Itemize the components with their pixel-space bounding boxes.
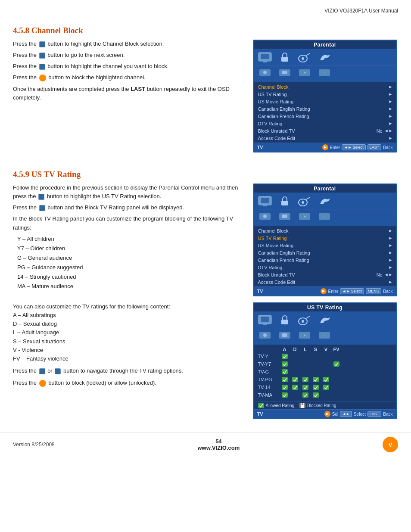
updown-btn[interactable]: ◄► [340,411,352,417]
menu-arrow: ► [389,121,393,126]
cell-tvpg-a[interactable] [280,377,290,382]
cell-tvpg-l[interactable] [300,377,311,382]
menu-item-us-movie-1[interactable]: US Movie Rating ► [254,98,396,105]
cell-tvg-a[interactable] [280,369,290,374]
panel1-tv-label: TV [257,145,322,150]
row-tv-pg: TV-PG [258,376,392,383]
menu-item-channel-block-1[interactable]: Channel Block ► [254,83,396,90]
s1-p5: Once the adjustments are completed press… [13,85,243,102]
menu2-us-tv-rating[interactable]: US TV Rating ► [254,234,396,242]
confirm2-icon [39,380,46,387]
select-btn2[interactable]: ◄► Select [340,288,364,294]
us-tv-rating-panel: US TV Rating [253,302,397,419]
menu-label: US Movie Rating [258,99,389,104]
legend-allowed: Allowed Rating [258,403,295,408]
section-channel-block: 4.5.8 Channel Block Press the button to … [13,18,398,159]
panel1-icon-r2 [277,67,293,80]
svg-rect-16 [261,198,269,203]
cell-tvy7-fv[interactable] [331,361,342,367]
blocked-label: Blocked Rating [307,403,336,408]
allowed-icon [333,361,339,367]
menu2-block-unrated[interactable]: Block Unrated TV No ◄► [254,271,396,278]
menu-label: US TV Rating [258,92,389,97]
back-label2: Back [383,289,392,294]
cell-tvpg-s[interactable] [311,377,321,382]
back-label: Back [383,145,392,150]
svg-rect-1 [263,61,267,62]
cell-tv14-l[interactable] [300,385,311,390]
menu-item-cdn-fr-1[interactable]: Canadian French Rating ► [254,112,396,120]
svg-rect-30 [261,317,269,322]
row-tv-y7: TV-Y7 [258,361,392,367]
enter-label2: Enter [328,289,339,294]
rating-pg: PG – Guidance suggested [17,263,243,272]
menu-arrow: ► [389,236,393,240]
allowed-icon [292,385,298,390]
cell-tv14-d[interactable] [290,385,300,390]
cell-tv14-s[interactable] [311,385,321,390]
cell-tvpg-v[interactable] [321,377,331,382]
panel2-icon-r2 [277,211,293,224]
menu2-dtv[interactable]: DTV Rating ► [254,264,396,271]
cell-tvma-s[interactable] [311,392,321,398]
col-v: V [321,347,331,352]
rating-icon-bird [317,314,332,327]
rating-icon-tv [257,314,273,327]
menu-value: No [377,128,383,134]
manual-title: VIZIO VOJ320F1A User Manual [324,8,398,14]
section1-panel-container: Parental [252,40,398,154]
rating-icon-lock [277,314,293,327]
panel1-icon-r1 [257,67,273,80]
menu2-us-movie[interactable]: US Movie Rating ► [254,242,396,249]
cell-tvma-l[interactable] [300,392,311,398]
menu-item-block-unrated-1[interactable]: Block Unrated TV No ◄► [254,127,396,134]
menu2-access-code[interactable]: Access Code Edit ► [254,278,396,286]
panel2-menu: Channel Block ► US TV Rating ► US Movie … [254,226,396,286]
menu-arrow: ◄► [384,272,393,277]
allowed-icon [292,377,298,382]
menu-item-dtv-1[interactable]: DTV Rating ► [254,120,396,127]
select-label3: Select [354,412,366,417]
allowed-label: Allowed Rating [266,403,295,408]
rating-grid-panel-container: US TV Rating [252,302,398,419]
row-label-tvma: TV-MA [258,392,280,398]
subrating-v: V - Violence [13,346,243,355]
svg-line-33 [305,316,310,319]
cell-tvy-a[interactable] [280,354,290,359]
section-title-us-tv: 4.5.9 US TV Rating [13,170,398,179]
menu2-cdn-eng[interactable]: Canadian English Rating ► [254,249,396,256]
select-btn[interactable]: ◄► Select [342,144,365,150]
menu-arrow: ► [389,265,393,270]
menu-item-cdn-eng-1[interactable]: Canadian English Rating ► [254,105,396,112]
menu-arrow: ► [389,92,393,96]
cell-tvma-a[interactable] [280,392,290,398]
menu2-cdn-fr[interactable]: Canadian French Rating ► [254,256,396,264]
menu-arrow: ► [389,243,393,248]
panel1-icon-tv [257,51,273,64]
panel2-icon-satellite [297,195,312,208]
menu-label: Block Unrated TV [258,272,377,277]
rating-ma: MA – Mature audience [17,282,243,291]
svg-text:♪: ♪ [324,71,325,75]
last-btn3[interactable]: LAST [367,411,382,417]
navigate-text: Press the or button to navigate through … [13,367,243,375]
cell-tv14-a[interactable] [280,385,290,390]
menu-btn2[interactable]: MENU [366,288,382,294]
rating-icon-satellite [297,314,312,327]
menu2-channel-block[interactable]: Channel Block ► [254,227,396,234]
menu-label: Access Code Edit [258,280,389,285]
cell-tvpg-d[interactable] [290,377,300,382]
svg-rect-37 [282,333,287,337]
menu-item-access-code-1[interactable]: Access Code Edit ► [254,134,396,142]
rating-icon-r4: ♪ [317,330,332,342]
subrating-a: A – All subratings [13,311,243,320]
menu-item-us-tv-1[interactable]: US TV Rating ► [254,90,396,98]
svg-point-7 [263,71,267,74]
panel1-icons-row1 [254,49,396,65]
svg-rect-29 [263,324,267,325]
allowed-legend-icon [258,403,264,408]
last-btn[interactable]: LAST [367,144,382,150]
cell-tvy7-a[interactable] [280,361,290,367]
s2-p4: In the Block TV Rating panel you can cus… [13,215,243,232]
cell-tv14-v[interactable] [321,385,331,390]
